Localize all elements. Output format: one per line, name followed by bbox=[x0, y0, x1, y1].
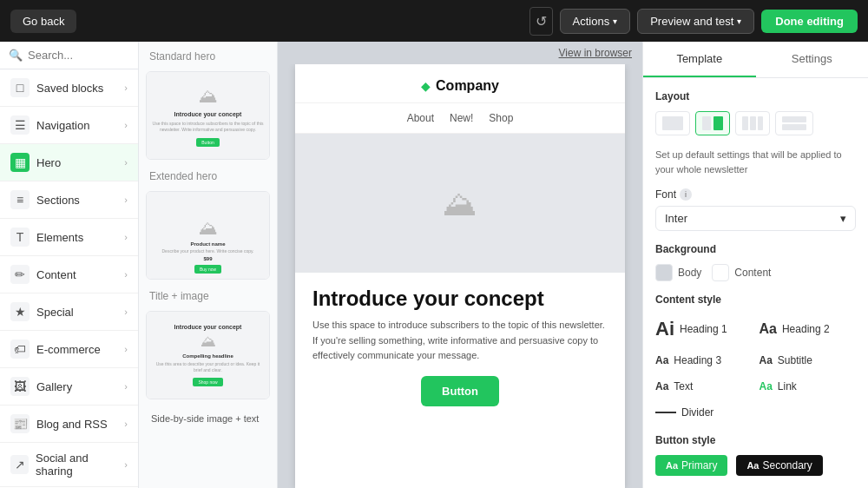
sidebar-item-blog-rss[interactable]: 📰 Blog and RSS › bbox=[0, 406, 138, 443]
special-icon: ★ bbox=[10, 302, 30, 321]
bg-body-item: Body bbox=[655, 264, 701, 281]
company-diamond-icon: ◆ bbox=[421, 79, 431, 93]
topbar-left: Go back bbox=[10, 10, 76, 33]
heading1-preview: Ai bbox=[655, 318, 674, 340]
bg-content-label: Content bbox=[734, 267, 771, 279]
style-heading2[interactable]: Aa Heading 2 bbox=[760, 314, 857, 344]
layout-opt-3[interactable] bbox=[735, 111, 770, 135]
heading2-preview: Aa bbox=[760, 321, 777, 337]
sidebar-item-sections[interactable]: ≡ Sections › bbox=[0, 181, 138, 219]
right-tabs: Template Settings bbox=[643, 42, 868, 78]
svg-rect-4 bbox=[750, 116, 756, 130]
view-in-browser-link[interactable]: View in browser bbox=[559, 47, 632, 59]
tab-template[interactable]: Template bbox=[643, 42, 756, 77]
sidebar-item-elements[interactable]: T Elements › bbox=[0, 219, 138, 256]
font-select[interactable]: Inter ▾ bbox=[655, 206, 856, 231]
done-editing-button[interactable]: Done editing bbox=[761, 10, 858, 33]
layout-opt-2[interactable] bbox=[695, 111, 730, 135]
navigation-chevron-icon: › bbox=[124, 120, 128, 130]
actions-button[interactable]: Actions ▾ bbox=[560, 9, 631, 34]
content-icon: ✏ bbox=[10, 265, 30, 284]
link-preview: Aa bbox=[760, 380, 773, 392]
layout-opt-1[interactable] bbox=[655, 111, 690, 135]
left-sidebar: 🔍 □ Saved blocks › ☰ Navigation › ▦ Hero… bbox=[0, 42, 139, 488]
button-style-label: Button style bbox=[655, 434, 856, 446]
canvas-area: View in browser ◆ Company About New! Sho… bbox=[278, 42, 642, 488]
content-style-section: Content style Ai Heading 1 Aa Heading 2 … bbox=[655, 293, 856, 422]
elements-icon: T bbox=[10, 228, 30, 247]
tmpl-mountain-icon: ⛰ bbox=[199, 85, 218, 108]
font-info-icon: i bbox=[680, 188, 692, 201]
sidebar-item-social-sharing[interactable]: ↗ Social and sharing › bbox=[0, 443, 138, 487]
title-image-card[interactable]: Introduce your concept ⛰ Compelling head… bbox=[146, 311, 270, 399]
main-area: 🔍 □ Saved blocks › ☰ Navigation › ▦ Hero… bbox=[0, 42, 868, 488]
extended-hero-card[interactable]: ⛰ Product name Describe your product her… bbox=[146, 191, 270, 280]
hero-body-text: Use this space to introduce subscribers … bbox=[312, 318, 608, 364]
divider-label: Divider bbox=[681, 406, 713, 419]
sidebar-item-ecommerce[interactable]: 🏷 E-commerce › bbox=[0, 331, 138, 368]
saved-blocks-chevron-icon: › bbox=[124, 82, 128, 93]
social-sharing-icon: ↗ bbox=[10, 455, 29, 474]
gallery-icon: 🖼 bbox=[10, 377, 30, 396]
text-label: Text bbox=[674, 380, 693, 392]
nav-about: About bbox=[407, 112, 434, 124]
sidebar-item-saved-blocks[interactable]: □ Saved blocks › bbox=[0, 69, 138, 107]
hero-mountain-icon: ⛰ bbox=[443, 184, 477, 223]
style-text[interactable]: Aa Text bbox=[655, 377, 753, 396]
template-panel: Standard hero ⛰ Introduce your concept U… bbox=[139, 42, 278, 488]
standard-hero-label: Standard hero bbox=[146, 49, 270, 64]
link-label: Link bbox=[778, 380, 797, 392]
style-divider[interactable]: Divider bbox=[655, 403, 856, 422]
preview-button[interactable]: Preview and test ▾ bbox=[637, 9, 754, 34]
standard-hero-card[interactable]: ⛰ Introduce your concept Use this space … bbox=[146, 71, 270, 160]
canvas-content: ◆ Company About New! Shop ⛰ Introduce yo… bbox=[278, 64, 642, 488]
heading1-label: Heading 1 bbox=[680, 323, 727, 335]
bg-content-swatch[interactable] bbox=[712, 264, 729, 281]
hero-chevron-icon: › bbox=[124, 157, 128, 168]
email-body-text: Introduce your concept Use this space to… bbox=[295, 273, 625, 420]
navigation-icon: ☰ bbox=[10, 115, 30, 135]
bg-body-swatch[interactable] bbox=[655, 264, 673, 281]
style-subtitle[interactable]: Aa Subtitle bbox=[760, 351, 857, 370]
font-section: Font i Inter ▾ bbox=[655, 188, 856, 231]
hero-button[interactable]: Button bbox=[421, 376, 499, 406]
style-link[interactable]: Aa Link bbox=[760, 377, 857, 396]
content-style-label: Content style bbox=[655, 293, 856, 306]
search-icon: 🔍 bbox=[9, 49, 23, 62]
search-input[interactable] bbox=[28, 49, 129, 62]
font-label-text: Font bbox=[655, 188, 676, 201]
btn-style-secondary[interactable]: Aa Secondary bbox=[736, 455, 822, 476]
actions-chevron-icon: ▾ bbox=[613, 16, 617, 26]
background-label: Background bbox=[655, 243, 856, 255]
nav-new: New! bbox=[450, 112, 473, 124]
sidebar-item-special[interactable]: ★ Special › bbox=[0, 293, 138, 331]
layout-section-title: Layout bbox=[655, 90, 856, 102]
layout-options bbox=[655, 111, 856, 135]
sidebar-item-navigation[interactable]: ☰ Navigation › bbox=[0, 107, 138, 144]
search-bar: 🔍 bbox=[0, 42, 138, 69]
svg-rect-0 bbox=[662, 116, 683, 130]
right-panel-content: Layout Set up default settings that will… bbox=[643, 78, 868, 488]
social-sharing-chevron-icon: › bbox=[124, 459, 128, 470]
gallery-chevron-icon: › bbox=[124, 381, 128, 392]
right-panel: Template Settings Layout Set up de bbox=[642, 42, 868, 488]
elements-chevron-icon: › bbox=[124, 232, 128, 242]
history-icon[interactable]: ↺ bbox=[529, 7, 553, 36]
go-back-button[interactable]: Go back bbox=[10, 10, 76, 33]
nav-shop: Shop bbox=[489, 112, 513, 124]
svg-rect-6 bbox=[782, 116, 806, 122]
content-chevron-icon: › bbox=[124, 269, 128, 280]
bg-body-label: Body bbox=[678, 267, 701, 279]
heading3-preview: Aa bbox=[655, 354, 668, 366]
text-preview: Aa bbox=[655, 380, 668, 392]
sidebar-item-hero[interactable]: ▦ Hero › bbox=[0, 144, 138, 181]
style-heading3[interactable]: Aa Heading 3 bbox=[655, 351, 753, 370]
btn-style-primary[interactable]: Aa Primary bbox=[655, 455, 727, 476]
sidebar-item-content[interactable]: ✏ Content › bbox=[0, 256, 138, 293]
style-heading1[interactable]: Ai Heading 1 bbox=[655, 314, 753, 344]
svg-rect-2 bbox=[713, 116, 723, 130]
subtitle-label: Subtitle bbox=[778, 354, 812, 366]
layout-opt-4[interactable] bbox=[775, 111, 813, 135]
sidebar-item-gallery[interactable]: 🖼 Gallery › bbox=[0, 368, 138, 406]
tab-settings[interactable]: Settings bbox=[756, 42, 869, 77]
